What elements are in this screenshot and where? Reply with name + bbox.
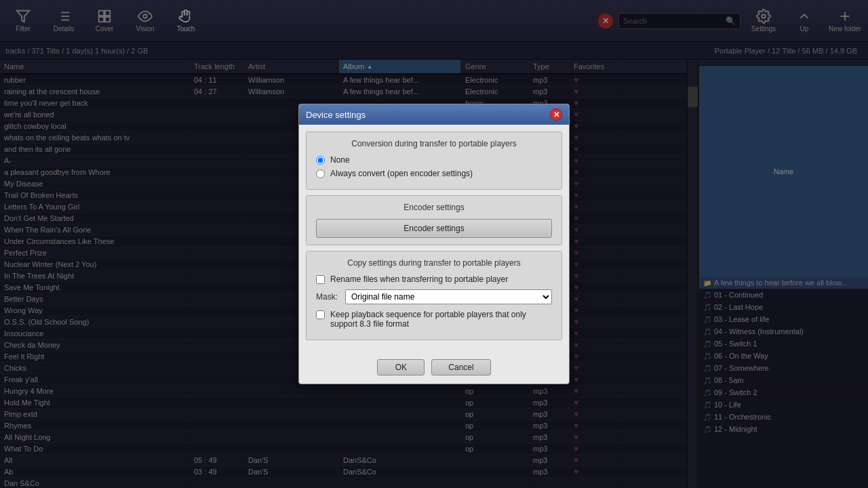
radio-none-row[interactable]: None bbox=[316, 155, 552, 165]
dialog-title: Device settings bbox=[306, 110, 366, 120]
encoder-section: Encoder settings Encoder settings bbox=[306, 195, 562, 245]
rename-checkbox[interactable] bbox=[316, 275, 325, 284]
mask-row: Mask: Original file nameCustom bbox=[316, 289, 552, 304]
encoder-settings-button[interactable]: Encoder settings bbox=[316, 219, 552, 238]
copy-section: Copy settings during transfer to portabl… bbox=[306, 251, 562, 340]
device-settings-dialog: Device settings ✕ Conversion during tran… bbox=[298, 104, 570, 384]
conversion-section: Conversion during transfer to portable p… bbox=[306, 131, 562, 190]
dialog-footer: OK Cancel bbox=[299, 352, 569, 384]
dialog-titlebar: Device settings ✕ bbox=[299, 104, 569, 125]
mask-label: Mask: bbox=[316, 292, 340, 302]
radio-none-input[interactable] bbox=[316, 156, 325, 165]
radio-always-row[interactable]: Always convert (open encoder settings) bbox=[316, 169, 552, 178]
radio-always-label: Always convert (open encoder settings) bbox=[330, 169, 473, 178]
dialog-close-button[interactable]: ✕ bbox=[550, 108, 562, 121]
dialog-overlay: Device settings ✕ Conversion during tran… bbox=[0, 0, 868, 488]
rename-label: Rename files when transferring to portab… bbox=[330, 274, 508, 284]
mask-select[interactable]: Original file nameCustom bbox=[345, 289, 552, 304]
keep-sequence-checkbox[interactable] bbox=[316, 310, 325, 319]
radio-always-input[interactable] bbox=[316, 169, 325, 178]
conversion-title: Conversion during transfer to portable p… bbox=[316, 139, 552, 148]
rename-checkbox-row[interactable]: Rename files when transferring to portab… bbox=[316, 274, 552, 284]
keep-sequence-row[interactable]: Keep playback sequence for portable play… bbox=[316, 310, 552, 329]
encoder-title: Encoder settings bbox=[316, 203, 552, 212]
dialog-body: Conversion during transfer to portable p… bbox=[299, 125, 569, 352]
ok-button[interactable]: OK bbox=[377, 359, 425, 375]
keep-sequence-label: Keep playback sequence for portable play… bbox=[330, 310, 552, 329]
cancel-button[interactable]: Cancel bbox=[431, 359, 490, 375]
radio-none-label: None bbox=[330, 155, 350, 165]
copy-title: Copy settings during transfer to portabl… bbox=[316, 258, 552, 268]
